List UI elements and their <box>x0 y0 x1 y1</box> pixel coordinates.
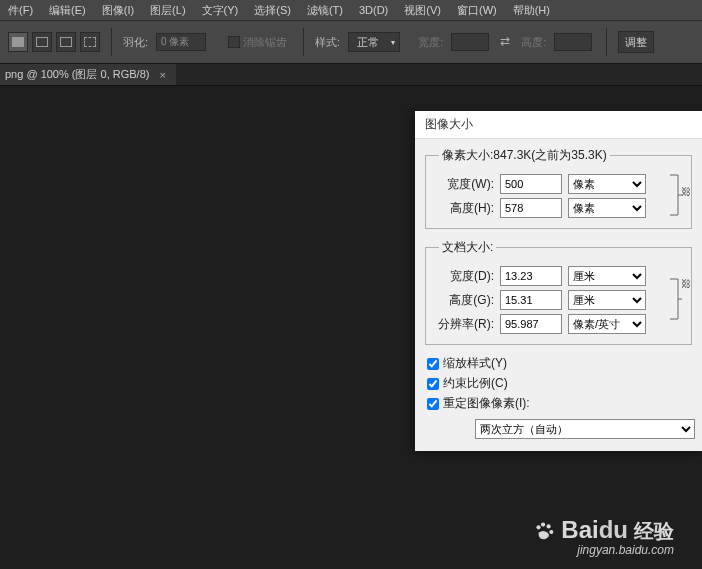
doc-height-unit-select[interactable]: 厘米 <box>568 290 646 310</box>
selection-intersect-icon[interactable] <box>80 32 100 52</box>
svg-point-3 <box>550 530 554 534</box>
watermark-brand-cn: 经验 <box>634 518 674 545</box>
document-dimensions-group: 文档大小: 宽度(D): 厘米 高度(G): 厘米 分辨率(R): <box>425 239 692 345</box>
scale-styles-checkbox[interactable] <box>427 358 439 370</box>
menu-item[interactable]: 编辑(E) <box>41 3 94 18</box>
scale-styles-label: 缩放样式(Y) <box>443 355 507 372</box>
menu-item[interactable]: 视图(V) <box>396 3 449 18</box>
doc-width-unit-select[interactable]: 厘米 <box>568 266 646 286</box>
pixel-dimensions-legend: 像素大小:847.3K(之前为35.3K) <box>439 147 610 164</box>
pixel-height-unit-select[interactable]: 像素 <box>568 198 646 218</box>
dialog-title: 图像大小 <box>415 111 702 139</box>
watermark-url: jingyan.baidu.com <box>533 543 674 557</box>
height-label: 高度: <box>521 35 546 50</box>
pixel-dimensions-group: 像素大小:847.3K(之前为35.3K) 宽度(W): 像素 高度(H): 像… <box>425 147 692 229</box>
pixel-width-input[interactable] <box>500 174 562 194</box>
menu-bar: 件(F) 编辑(E) 图像(I) 图层(L) 文字(Y) 选择(S) 滤镜(T)… <box>0 0 702 20</box>
options-bar: 羽化: 消除锯齿 样式: 正常 宽度: ⇄ 高度: 调整 <box>0 20 702 64</box>
width-label: 宽度: <box>418 35 443 50</box>
feather-label: 羽化: <box>123 35 148 50</box>
resolution-unit-select[interactable]: 像素/英寸 <box>568 314 646 334</box>
doc-height-label: 高度(G): <box>436 292 494 309</box>
svg-point-1 <box>541 522 545 526</box>
menu-item[interactable]: 图像(I) <box>94 3 142 18</box>
watermark-brand: Baidu <box>561 516 628 544</box>
close-icon[interactable]: × <box>159 69 165 81</box>
selection-add-icon[interactable] <box>32 32 52 52</box>
link-icon: ⛓ <box>667 170 685 220</box>
doc-height-input[interactable] <box>500 290 562 310</box>
menu-item[interactable]: 帮助(H) <box>505 3 558 18</box>
menu-item[interactable]: 滤镜(T) <box>299 3 351 18</box>
doc-width-input[interactable] <box>500 266 562 286</box>
pixel-height-input[interactable] <box>500 198 562 218</box>
document-tab-label: png @ 100% (图层 0, RGB/8) <box>5 67 149 82</box>
resample-checkbox[interactable] <box>427 398 439 410</box>
resample-method-select[interactable]: 两次立方（自动） <box>475 419 695 439</box>
document-tabs: png @ 100% (图层 0, RGB/8) × <box>0 64 702 86</box>
menu-item[interactable]: 文字(Y) <box>194 3 247 18</box>
image-size-dialog: 图像大小 像素大小:847.3K(之前为35.3K) 宽度(W): 像素 高度(… <box>415 111 702 451</box>
document-dimensions-legend: 文档大小: <box>439 239 496 256</box>
link-icon: ⛓ <box>667 262 685 336</box>
pixel-width-label: 宽度(W): <box>436 176 494 193</box>
document-tab[interactable]: png @ 100% (图层 0, RGB/8) × <box>0 64 176 85</box>
selection-new-icon[interactable] <box>8 32 28 52</box>
menu-item[interactable]: 3D(D) <box>351 4 396 16</box>
paw-icon <box>533 520 555 542</box>
style-dropdown[interactable]: 正常 <box>348 32 400 52</box>
width-input <box>451 33 489 51</box>
menu-item[interactable]: 图层(L) <box>142 3 193 18</box>
watermark: Baidu 经验 jingyan.baidu.com <box>533 516 674 557</box>
antialias-checkbox <box>228 36 240 48</box>
feather-input[interactable] <box>156 33 206 51</box>
pixel-height-label: 高度(H): <box>436 200 494 217</box>
adjust-button[interactable]: 调整 <box>618 31 654 53</box>
style-label: 样式: <box>315 35 340 50</box>
swap-dimensions-icon[interactable]: ⇄ <box>497 34 513 50</box>
svg-point-0 <box>537 525 541 529</box>
svg-point-2 <box>547 524 551 528</box>
height-input <box>554 33 592 51</box>
antialias-label: 消除锯齿 <box>243 35 287 50</box>
selection-subtract-icon[interactable] <box>56 32 76 52</box>
constrain-checkbox[interactable] <box>427 378 439 390</box>
menu-item[interactable]: 选择(S) <box>246 3 299 18</box>
resolution-input[interactable] <box>500 314 562 334</box>
menu-item[interactable]: 件(F) <box>0 3 41 18</box>
constrain-label: 约束比例(C) <box>443 375 508 392</box>
menu-item[interactable]: 窗口(W) <box>449 3 505 18</box>
resample-label: 重定图像像素(I): <box>443 395 530 412</box>
pixel-width-unit-select[interactable]: 像素 <box>568 174 646 194</box>
doc-width-label: 宽度(D): <box>436 268 494 285</box>
resolution-label: 分辨率(R): <box>436 316 494 333</box>
